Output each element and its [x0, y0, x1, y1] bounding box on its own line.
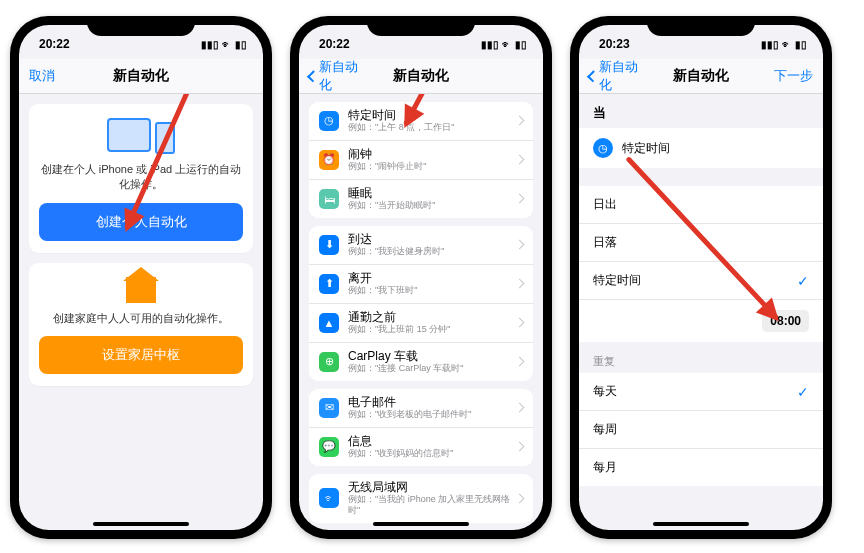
- clock-icon: ◷: [593, 138, 613, 158]
- chevron-right-icon: [515, 240, 525, 250]
- home-automation-card: 创建家庭中人人可用的自动化操作。 设置家居中枢: [29, 263, 253, 386]
- chevron-right-icon: [515, 493, 525, 503]
- screen-1: 20:22 ▮▮▯ ᯤ ▮▯ 取消 新自动化 创建在个人 iPhone 或 iP…: [19, 25, 263, 530]
- row-title: 通勤之前: [348, 311, 516, 324]
- option-sunrise[interactable]: 日出: [579, 186, 823, 224]
- trigger-row-wifi[interactable]: ᯤ 无线局域网 例如："当我的 iPhone 加入家里无线网络时": [309, 474, 533, 523]
- repeat-weekly[interactable]: 每周: [579, 411, 823, 449]
- row-sub: 例如："收到妈妈的信息时": [348, 448, 516, 459]
- option-sunset[interactable]: 日落: [579, 224, 823, 262]
- signal-icon: ▮▮▯: [761, 39, 779, 50]
- wifi-icon: ᯤ: [782, 39, 792, 50]
- row-title: 信息: [348, 435, 516, 448]
- time-options-group: 日出 日落 特定时间 ✓ 08:00: [579, 186, 823, 342]
- home-indicator: [653, 522, 749, 526]
- row-title: 到达: [348, 233, 516, 246]
- nav-bar: 新自动化 新自动化: [299, 59, 543, 94]
- wifi-icon: ᯤ: [502, 39, 512, 50]
- trigger-row-sleep[interactable]: 🛏 睡眠 例如："当开始助眠时": [309, 180, 533, 218]
- setup-home-hub-button[interactable]: 设置家居中枢: [39, 336, 243, 374]
- selected-trigger-label: 特定时间: [622, 140, 670, 157]
- status-time: 20:22: [319, 37, 350, 51]
- row-sub: 例如："当我的 iPhone 加入家里无线网络时": [348, 494, 516, 516]
- option-specific-time[interactable]: 特定时间 ✓: [579, 262, 823, 300]
- chevron-right-icon: [515, 318, 525, 328]
- trigger-row-email[interactable]: ✉ 电子邮件 例如："收到老板的电子邮件时": [309, 389, 533, 428]
- nav-back-button[interactable]: 新自动化: [589, 58, 647, 94]
- check-icon: ✓: [797, 384, 809, 400]
- trigger-row-carplay[interactable]: ⊕ CarPlay 车载 例如："连接 CarPlay 车载时": [309, 343, 533, 381]
- battery-icon: ▮▯: [235, 39, 247, 50]
- personal-automation-card: 创建在个人 iPhone 或 iPad 上运行的自动化操作。 创建个人自动化: [29, 104, 253, 253]
- trigger-row-alarm[interactable]: ⏰ 闹钟 例如："闹钟停止时": [309, 141, 533, 180]
- trigger-row-commute[interactable]: ▲ 通勤之前 例如："我上班前 15 分钟": [309, 304, 533, 343]
- row-sub: 例如："我下班时": [348, 285, 516, 296]
- nav-next-button[interactable]: 下一步: [755, 67, 813, 85]
- phone-mockup-1: 20:22 ▮▮▯ ᯤ ▮▯ 取消 新自动化 创建在个人 iPhone 或 iP…: [10, 16, 272, 539]
- signal-icon: ▮▮▯: [201, 39, 219, 50]
- repeat-monthly[interactable]: 每月: [579, 449, 823, 486]
- option-label: 每天: [593, 383, 617, 400]
- chevron-left-icon: [307, 70, 319, 82]
- row-sub: 例如："收到老板的电子邮件时": [348, 409, 516, 420]
- row-sub: 例如："我上班前 15 分钟": [348, 324, 516, 335]
- bed-icon: 🛏: [319, 189, 339, 209]
- wifi-icon: ᯤ: [319, 488, 339, 508]
- option-label: 每月: [593, 459, 617, 476]
- trigger-row-leave[interactable]: ⬆ 离开 例如："我下班时": [309, 265, 533, 304]
- row-title: CarPlay 车载: [348, 350, 516, 363]
- option-label: 特定时间: [593, 272, 641, 289]
- row-sub: 例如："当开始助眠时": [348, 200, 516, 211]
- status-indicators: ▮▮▯ ᯤ ▮▯: [761, 39, 807, 50]
- screen-2: 20:22 ▮▮▯ ᯤ ▮▯ 新自动化 新自动化 ◷ 特定时间 例如："上: [299, 25, 543, 530]
- screen-3: 20:23 ▮▮▯ ᯤ ▮▯ 新自动化 新自动化 下一步 当 ◷ 特定时间: [579, 25, 823, 530]
- status-time: 20:23: [599, 37, 630, 51]
- chevron-right-icon: [515, 279, 525, 289]
- message-icon: 💬: [319, 437, 339, 457]
- content-1: 创建在个人 iPhone 或 iPad 上运行的自动化操作。 创建个人自动化 创…: [19, 94, 263, 530]
- nav-back-button[interactable]: 新自动化: [309, 58, 367, 94]
- chevron-right-icon: [515, 155, 525, 165]
- chevron-right-icon: [515, 357, 525, 367]
- notch: [367, 16, 475, 36]
- home-indicator: [93, 522, 189, 526]
- devices-illustration: [39, 118, 243, 154]
- row-sub: 例如："上午 8 点，工作日": [348, 122, 516, 133]
- row-title: 睡眠: [348, 187, 516, 200]
- selected-trigger-group: ◷ 特定时间: [579, 128, 823, 168]
- home-indicator: [373, 522, 469, 526]
- battery-icon: ▮▯: [795, 39, 807, 50]
- selected-trigger-row: ◷ 特定时间: [579, 128, 823, 168]
- row-title: 电子邮件: [348, 396, 516, 409]
- chevron-right-icon: [515, 194, 525, 204]
- nav-bar: 新自动化 新自动化 下一步: [579, 59, 823, 94]
- ipad-icon: [107, 118, 151, 152]
- notch: [647, 16, 755, 36]
- nav-back-label: 新自动化: [599, 58, 647, 94]
- battery-icon: ▮▯: [515, 39, 527, 50]
- trigger-row-specific-time[interactable]: ◷ 特定时间 例如："上午 8 点，工作日": [309, 102, 533, 141]
- trigger-group-location: ⬇ 到达 例如："我到达健身房时" ⬆ 离开 例如："我下班时" ▲: [309, 226, 533, 381]
- home-icon: [126, 277, 156, 303]
- nav-title: 新自动化: [367, 67, 475, 85]
- trigger-group-network: ᯤ 无线局域网 例如："当我的 iPhone 加入家里无线网络时": [309, 474, 533, 523]
- arrive-icon: ⬇: [319, 235, 339, 255]
- row-sub: 例如："我到达健身房时": [348, 246, 516, 257]
- check-icon: ✓: [797, 273, 809, 289]
- nav-back-label: 新自动化: [319, 58, 367, 94]
- leave-icon: ⬆: [319, 274, 339, 294]
- chevron-right-icon: [515, 116, 525, 126]
- clock-icon: ◷: [319, 111, 339, 131]
- row-sub: 例如："闹钟停止时": [348, 161, 516, 172]
- option-label: 每周: [593, 421, 617, 438]
- trigger-row-arrive[interactable]: ⬇ 到达 例如："我到达健身房时": [309, 226, 533, 265]
- home-card-text: 创建家庭中人人可用的自动化操作。: [39, 311, 243, 326]
- content-3: 当 ◷ 特定时间 日出 日落 特定时间 ✓: [579, 94, 823, 530]
- nav-cancel-button[interactable]: 取消: [29, 67, 87, 85]
- trigger-row-message[interactable]: 💬 信息 例如："收到妈妈的信息时": [309, 428, 533, 466]
- repeat-daily[interactable]: 每天 ✓: [579, 373, 823, 411]
- status-time: 20:22: [39, 37, 70, 51]
- row-title: 特定时间: [348, 109, 516, 122]
- row-title: 闹钟: [348, 148, 516, 161]
- when-header: 当: [579, 94, 823, 128]
